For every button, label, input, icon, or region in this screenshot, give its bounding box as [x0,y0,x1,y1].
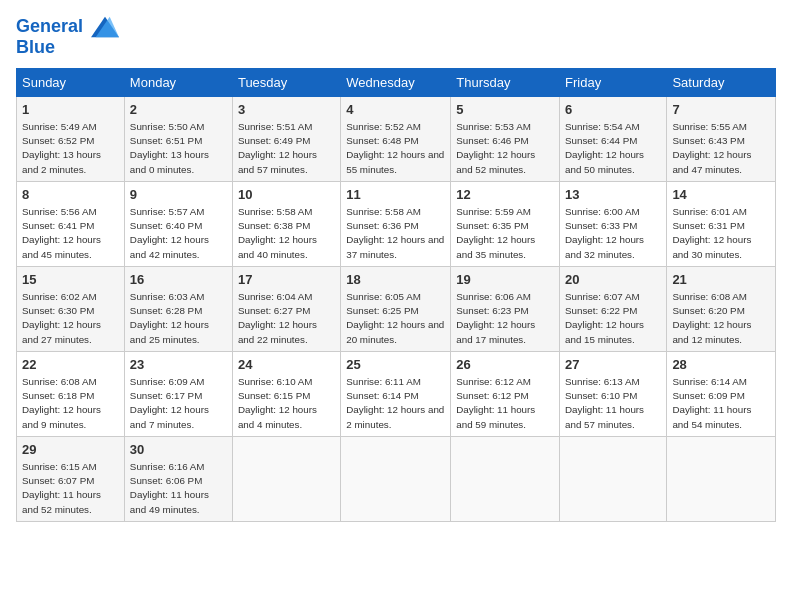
calendar-header-row: SundayMondayTuesdayWednesdayThursdayFrid… [17,68,776,96]
day-number: 6 [565,101,661,119]
day-number: 8 [22,186,119,204]
day-number: 1 [22,101,119,119]
day-number: 26 [456,356,554,374]
calendar-table: SundayMondayTuesdayWednesdayThursdayFrid… [16,68,776,522]
day-number: 3 [238,101,335,119]
day-info: Sunrise: 6:02 AM Sunset: 6:30 PM Dayligh… [22,290,119,347]
day-number: 23 [130,356,227,374]
day-info: Sunrise: 5:51 AM Sunset: 6:49 PM Dayligh… [238,120,335,177]
page-header: General Blue [16,16,776,58]
day-number: 28 [672,356,770,374]
calendar-week-row: 1Sunrise: 5:49 AM Sunset: 6:52 PM Daylig… [17,96,776,181]
calendar-cell: 26Sunrise: 6:12 AM Sunset: 6:12 PM Dayli… [451,351,560,436]
day-info: Sunrise: 5:54 AM Sunset: 6:44 PM Dayligh… [565,120,661,177]
calendar-week-row: 8Sunrise: 5:56 AM Sunset: 6:41 PM Daylig… [17,181,776,266]
calendar-cell: 19Sunrise: 6:06 AM Sunset: 6:23 PM Dayli… [451,266,560,351]
day-info: Sunrise: 5:59 AM Sunset: 6:35 PM Dayligh… [456,205,554,262]
calendar-cell: 9Sunrise: 5:57 AM Sunset: 6:40 PM Daylig… [124,181,232,266]
calendar-cell: 25Sunrise: 6:11 AM Sunset: 6:14 PM Dayli… [341,351,451,436]
day-number: 16 [130,271,227,289]
calendar-cell: 11Sunrise: 5:58 AM Sunset: 6:36 PM Dayli… [341,181,451,266]
calendar-cell: 2Sunrise: 5:50 AM Sunset: 6:51 PM Daylig… [124,96,232,181]
calendar-cell: 13Sunrise: 6:00 AM Sunset: 6:33 PM Dayli… [560,181,667,266]
day-info: Sunrise: 6:01 AM Sunset: 6:31 PM Dayligh… [672,205,770,262]
calendar-cell [560,436,667,521]
calendar-cell: 29Sunrise: 6:15 AM Sunset: 6:07 PM Dayli… [17,436,125,521]
calendar-cell: 3Sunrise: 5:51 AM Sunset: 6:49 PM Daylig… [232,96,340,181]
day-info: Sunrise: 6:15 AM Sunset: 6:07 PM Dayligh… [22,460,119,517]
day-info: Sunrise: 5:56 AM Sunset: 6:41 PM Dayligh… [22,205,119,262]
day-header-monday: Monday [124,68,232,96]
calendar-cell: 5Sunrise: 5:53 AM Sunset: 6:46 PM Daylig… [451,96,560,181]
day-info: Sunrise: 6:14 AM Sunset: 6:09 PM Dayligh… [672,375,770,432]
day-info: Sunrise: 6:13 AM Sunset: 6:10 PM Dayligh… [565,375,661,432]
calendar-cell: 6Sunrise: 5:54 AM Sunset: 6:44 PM Daylig… [560,96,667,181]
day-number: 27 [565,356,661,374]
logo-subtext: Blue [16,38,119,58]
day-number: 17 [238,271,335,289]
day-info: Sunrise: 6:08 AM Sunset: 6:18 PM Dayligh… [22,375,119,432]
day-number: 24 [238,356,335,374]
day-number: 29 [22,441,119,459]
calendar-cell: 18Sunrise: 6:05 AM Sunset: 6:25 PM Dayli… [341,266,451,351]
day-info: Sunrise: 6:00 AM Sunset: 6:33 PM Dayligh… [565,205,661,262]
calendar-cell: 14Sunrise: 6:01 AM Sunset: 6:31 PM Dayli… [667,181,776,266]
calendar-cell: 22Sunrise: 6:08 AM Sunset: 6:18 PM Dayli… [17,351,125,436]
day-number: 5 [456,101,554,119]
calendar-week-row: 15Sunrise: 6:02 AM Sunset: 6:30 PM Dayli… [17,266,776,351]
day-info: Sunrise: 5:55 AM Sunset: 6:43 PM Dayligh… [672,120,770,177]
day-number: 12 [456,186,554,204]
calendar-cell: 16Sunrise: 6:03 AM Sunset: 6:28 PM Dayli… [124,266,232,351]
day-info: Sunrise: 5:58 AM Sunset: 6:38 PM Dayligh… [238,205,335,262]
day-info: Sunrise: 6:03 AM Sunset: 6:28 PM Dayligh… [130,290,227,347]
calendar-week-row: 22Sunrise: 6:08 AM Sunset: 6:18 PM Dayli… [17,351,776,436]
calendar-cell [667,436,776,521]
day-info: Sunrise: 6:07 AM Sunset: 6:22 PM Dayligh… [565,290,661,347]
day-info: Sunrise: 6:08 AM Sunset: 6:20 PM Dayligh… [672,290,770,347]
day-number: 14 [672,186,770,204]
calendar-cell: 24Sunrise: 6:10 AM Sunset: 6:15 PM Dayli… [232,351,340,436]
day-header-tuesday: Tuesday [232,68,340,96]
calendar-cell: 10Sunrise: 5:58 AM Sunset: 6:38 PM Dayli… [232,181,340,266]
calendar-cell: 20Sunrise: 6:07 AM Sunset: 6:22 PM Dayli… [560,266,667,351]
calendar-cell [232,436,340,521]
day-header-thursday: Thursday [451,68,560,96]
calendar-cell: 17Sunrise: 6:04 AM Sunset: 6:27 PM Dayli… [232,266,340,351]
day-info: Sunrise: 6:12 AM Sunset: 6:12 PM Dayligh… [456,375,554,432]
day-number: 13 [565,186,661,204]
day-info: Sunrise: 5:52 AM Sunset: 6:48 PM Dayligh… [346,120,445,177]
day-number: 21 [672,271,770,289]
day-number: 10 [238,186,335,204]
day-header-saturday: Saturday [667,68,776,96]
day-info: Sunrise: 6:06 AM Sunset: 6:23 PM Dayligh… [456,290,554,347]
calendar-cell: 23Sunrise: 6:09 AM Sunset: 6:17 PM Dayli… [124,351,232,436]
calendar-cell: 12Sunrise: 5:59 AM Sunset: 6:35 PM Dayli… [451,181,560,266]
day-number: 4 [346,101,445,119]
day-number: 15 [22,271,119,289]
day-number: 18 [346,271,445,289]
day-info: Sunrise: 5:57 AM Sunset: 6:40 PM Dayligh… [130,205,227,262]
logo-text: General [16,16,119,38]
calendar-cell: 27Sunrise: 6:13 AM Sunset: 6:10 PM Dayli… [560,351,667,436]
day-number: 30 [130,441,227,459]
calendar-cell: 4Sunrise: 5:52 AM Sunset: 6:48 PM Daylig… [341,96,451,181]
day-number: 2 [130,101,227,119]
day-info: Sunrise: 6:05 AM Sunset: 6:25 PM Dayligh… [346,290,445,347]
day-info: Sunrise: 6:10 AM Sunset: 6:15 PM Dayligh… [238,375,335,432]
day-header-friday: Friday [560,68,667,96]
calendar-cell: 28Sunrise: 6:14 AM Sunset: 6:09 PM Dayli… [667,351,776,436]
day-number: 20 [565,271,661,289]
calendar-cell: 7Sunrise: 5:55 AM Sunset: 6:43 PM Daylig… [667,96,776,181]
logo: General Blue [16,16,119,58]
calendar-cell: 30Sunrise: 6:16 AM Sunset: 6:06 PM Dayli… [124,436,232,521]
day-number: 7 [672,101,770,119]
day-info: Sunrise: 5:58 AM Sunset: 6:36 PM Dayligh… [346,205,445,262]
day-info: Sunrise: 6:16 AM Sunset: 6:06 PM Dayligh… [130,460,227,517]
day-info: Sunrise: 5:50 AM Sunset: 6:51 PM Dayligh… [130,120,227,177]
calendar-cell: 21Sunrise: 6:08 AM Sunset: 6:20 PM Dayli… [667,266,776,351]
calendar-week-row: 29Sunrise: 6:15 AM Sunset: 6:07 PM Dayli… [17,436,776,521]
calendar-cell: 1Sunrise: 5:49 AM Sunset: 6:52 PM Daylig… [17,96,125,181]
calendar-cell [451,436,560,521]
day-info: Sunrise: 5:53 AM Sunset: 6:46 PM Dayligh… [456,120,554,177]
day-info: Sunrise: 5:49 AM Sunset: 6:52 PM Dayligh… [22,120,119,177]
